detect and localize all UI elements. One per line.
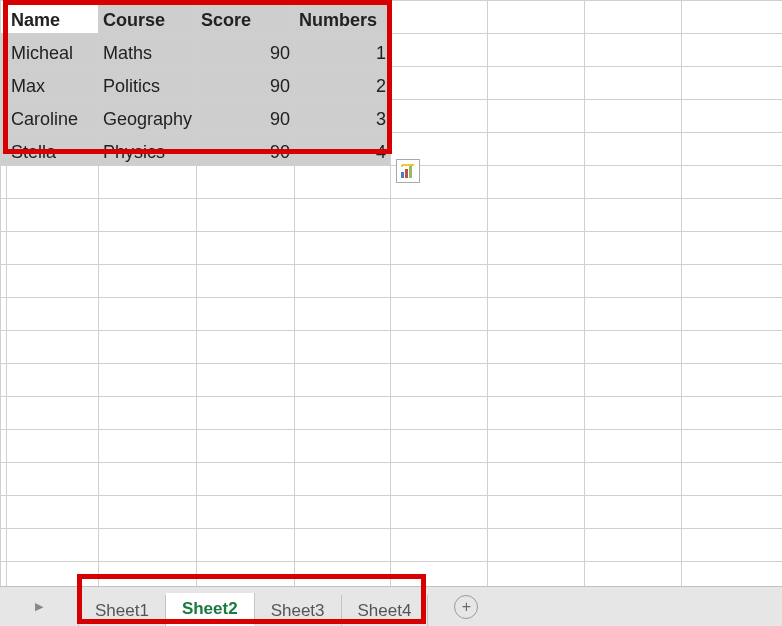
worksheet-area[interactable]: Name Course Score Numbers Micheal Maths … xyxy=(0,0,782,586)
cell-course[interactable]: Geography xyxy=(99,100,197,133)
col-header-name[interactable]: Name xyxy=(7,1,99,34)
cell-name[interactable]: Caroline xyxy=(7,100,99,133)
cell-score[interactable]: 90 xyxy=(197,133,295,166)
new-sheet-button[interactable]: + xyxy=(454,595,478,619)
table-row[interactable]: Micheal Maths 90 1 xyxy=(1,34,783,67)
cell-name[interactable]: Stella xyxy=(7,133,99,166)
cell-numbers[interactable]: 3 xyxy=(295,100,391,133)
cell-numbers[interactable]: 2 xyxy=(295,67,391,100)
sheet-tab-bar: ▶ Sheet1 Sheet2 Sheet3 Sheet4 + xyxy=(0,586,782,626)
svg-rect-1 xyxy=(405,169,408,178)
tab-sheet2[interactable]: Sheet2 xyxy=(166,593,255,626)
triangle-right-icon: ▶ xyxy=(35,600,43,613)
cell-numbers[interactable]: 4 xyxy=(295,133,391,166)
cell-course[interactable]: Maths xyxy=(99,34,197,67)
cell-name[interactable]: Micheal xyxy=(7,34,99,67)
table-row[interactable]: Name Course Score Numbers xyxy=(1,1,783,34)
table-row[interactable]: Caroline Geography 90 3 xyxy=(1,100,783,133)
cell-course[interactable]: Politics xyxy=(99,67,197,100)
col-header-course[interactable]: Course xyxy=(99,1,197,34)
tab-sheet3[interactable]: Sheet3 xyxy=(255,595,342,626)
plus-icon: + xyxy=(462,599,471,615)
quick-analysis-button[interactable] xyxy=(396,159,420,183)
cell-name[interactable]: Max xyxy=(7,67,99,100)
quick-analysis-icon xyxy=(400,163,416,179)
svg-rect-0 xyxy=(401,172,404,178)
cell-grid[interactable]: Name Course Score Numbers Micheal Maths … xyxy=(0,0,782,586)
table-row[interactable]: Stella Physics 90 4 xyxy=(1,133,783,166)
cell-course[interactable]: Physics xyxy=(99,133,197,166)
tab-nav-area[interactable]: ▶ xyxy=(0,587,78,626)
cell-numbers[interactable]: 1 xyxy=(295,34,391,67)
tab-sheet4[interactable]: Sheet4 xyxy=(342,595,429,626)
svg-rect-2 xyxy=(409,166,412,178)
cell-score[interactable]: 90 xyxy=(197,67,295,100)
cell-score[interactable]: 90 xyxy=(197,34,295,67)
tab-sheet1[interactable]: Sheet1 xyxy=(78,595,166,626)
table-row[interactable]: Max Politics 90 2 xyxy=(1,67,783,100)
cell-score[interactable]: 90 xyxy=(197,100,295,133)
col-header-numbers[interactable]: Numbers xyxy=(295,1,391,34)
tabs-container: Sheet1 Sheet2 Sheet3 Sheet4 xyxy=(78,587,428,626)
col-header-score[interactable]: Score xyxy=(197,1,295,34)
